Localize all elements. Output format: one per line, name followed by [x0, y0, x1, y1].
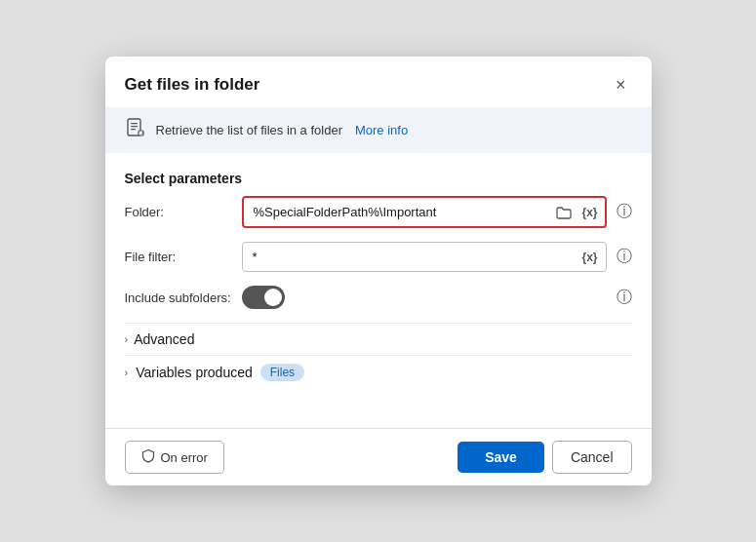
svg-rect-2 — [131, 126, 138, 127]
advanced-label: Advanced — [134, 331, 194, 347]
dialog-body: Folder: {x} ⓘ File filter: — [105, 196, 652, 428]
advanced-section[interactable]: › Advanced — [125, 323, 632, 355]
section-title: Select parameters — [105, 153, 652, 196]
folder-label: Folder: — [125, 205, 232, 219]
dialog-title: Get files in folder — [125, 75, 260, 95]
info-banner: ↗ Retrieve the list of files in a folder… — [105, 107, 652, 153]
folder-variable-button[interactable]: {x} — [578, 204, 600, 221]
cancel-button[interactable]: Cancel — [552, 441, 632, 474]
advanced-chevron-icon: › — [125, 333, 129, 345]
on-error-button[interactable]: On error — [125, 441, 224, 474]
variables-label: Variables produced — [136, 365, 253, 380]
variables-produced-section[interactable]: › Variables produced Files — [125, 355, 632, 389]
toggle-slider — [242, 286, 285, 309]
variables-badge: Files — [260, 364, 304, 381]
file-filter-label: File filter: — [125, 250, 232, 264]
folder-input-wrap: {x} — [242, 196, 607, 228]
folder-browse-button[interactable] — [553, 204, 575, 221]
folder-field-row: Folder: {x} ⓘ — [125, 196, 632, 228]
close-button[interactable]: × — [610, 74, 632, 96]
get-files-dialog: Get files in folder × ↗ Retrieve the lis… — [105, 57, 652, 485]
include-subfolders-info-icon[interactable]: ⓘ — [617, 288, 632, 308]
save-button[interactable]: Save — [458, 442, 544, 473]
folder-info-icon[interactable]: ⓘ — [617, 202, 632, 222]
include-subfolders-row: Include subfolders: ⓘ — [125, 286, 632, 309]
curly-braces-icon: {x} — [581, 206, 597, 219]
dialog-header: Get files in folder × — [105, 57, 652, 107]
variables-chevron-icon: › — [125, 367, 129, 378]
info-banner-text: Retrieve the list of files in a folder — [156, 123, 342, 137]
file-filter-input-wrap: {x} — [242, 242, 607, 272]
file-filter-variable-button[interactable]: {x} — [578, 249, 600, 266]
shield-icon — [141, 448, 155, 466]
include-subfolders-toggle[interactable] — [242, 286, 285, 309]
on-error-label: On error — [161, 450, 208, 465]
file-filter-field-row: File filter: {x} ⓘ — [125, 242, 632, 272]
file-filter-info-icon[interactable]: ⓘ — [617, 247, 632, 267]
folder-input-icons: {x} — [553, 204, 600, 221]
file-filter-input[interactable] — [242, 242, 607, 272]
file-filter-input-icons: {x} — [578, 249, 600, 266]
svg-rect-1 — [131, 123, 138, 124]
dialog-footer: On error Save Cancel — [105, 428, 652, 485]
svg-text:↗: ↗ — [139, 131, 143, 136]
more-info-link[interactable]: More info — [355, 123, 408, 137]
doc-icon: ↗ — [125, 117, 146, 143]
include-subfolders-label: Include subfolders: — [125, 290, 232, 305]
folder-input[interactable] — [242, 196, 607, 228]
curly-braces-icon2: {x} — [581, 251, 597, 264]
svg-rect-3 — [131, 129, 136, 130]
